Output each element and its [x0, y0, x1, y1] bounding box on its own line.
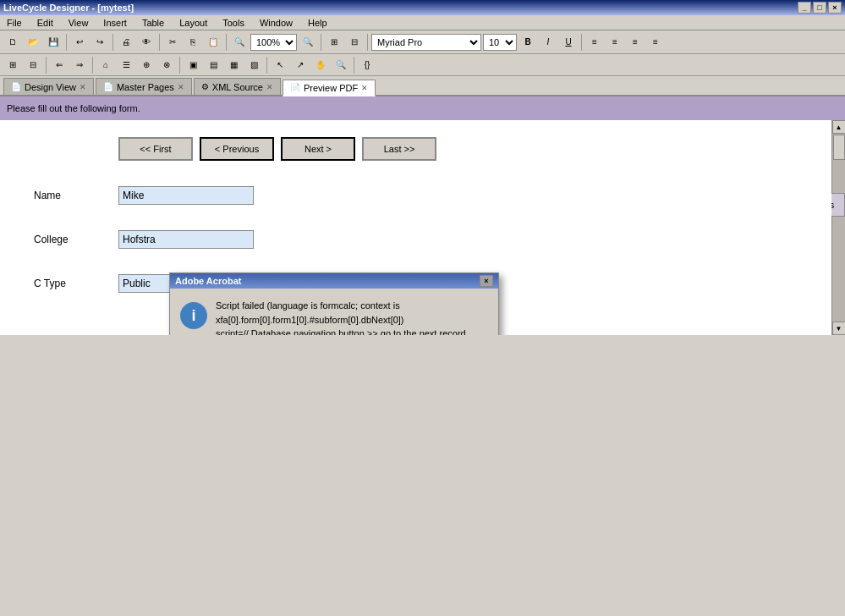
college-input[interactable]: [118, 230, 254, 249]
name-input[interactable]: [118, 186, 254, 205]
menu-edit[interactable]: Edit: [34, 17, 57, 29]
tab-xml-close[interactable]: ✕: [266, 83, 273, 91]
scroll-up-btn[interactable]: ▲: [832, 120, 846, 134]
title-controls: _ □ ×: [798, 2, 842, 14]
tab-preview-label: Preview PDF: [304, 83, 358, 93]
tab-preview-close[interactable]: ✕: [361, 84, 368, 92]
msg-line1: Script failed (language is formcalc; con…: [216, 300, 400, 311]
tabs-bar: 📄 Design View ✕ 📄 Master Pages ✕ ⚙ XML S…: [0, 76, 845, 96]
menu-tools[interactable]: Tools: [219, 17, 248, 29]
msg-line3: script=// Database navigation button >> …: [216, 328, 469, 335]
fontsize-select[interactable]: 10 8 12 14: [483, 34, 517, 51]
menu-layout[interactable]: Layout: [176, 17, 211, 29]
undo-btn[interactable]: ↩: [70, 33, 89, 52]
tb2-btn4[interactable]: ⇒: [70, 56, 89, 74]
tb2-hand-btn[interactable]: ✋: [311, 56, 330, 74]
italic-btn[interactable]: I: [539, 33, 557, 52]
grid-btn[interactable]: ⊞: [325, 33, 343, 52]
zoom-select[interactable]: 100% 75% 50% 125% 150%: [250, 34, 297, 51]
copy-btn[interactable]: ⎘: [184, 33, 202, 52]
tb2-special-btn[interactable]: {}: [358, 56, 376, 74]
tab-design[interactable]: 📄 Design View ✕: [3, 78, 94, 95]
print-btn[interactable]: 🖨: [117, 33, 135, 52]
underline-btn[interactable]: U: [559, 33, 578, 52]
tab-design-close[interactable]: ✕: [80, 83, 86, 91]
menu-table[interactable]: Table: [139, 17, 167, 29]
menu-window[interactable]: Window: [256, 17, 296, 29]
previous-btn[interactable]: < Previous: [200, 137, 274, 161]
tab-master[interactable]: 📄 Master Pages ✕: [96, 78, 192, 95]
tb2-arrow-btn[interactable]: ↖: [271, 56, 289, 74]
adobe-acrobat-dialog: Adobe Acrobat × i Script failed (languag…: [169, 272, 499, 335]
first-btn[interactable]: << First: [118, 137, 193, 161]
scrollbar-right: ▲ ▼: [831, 120, 845, 335]
form-scrollable: << First < Previous Next > Last >> Name …: [0, 120, 845, 335]
tb2-btn12[interactable]: ▧: [244, 56, 263, 74]
tab-master-label: Master Pages: [117, 82, 174, 92]
align-justify-btn[interactable]: ≡: [646, 33, 665, 52]
title-bar: LiveCycle Designer - [mytest] _ □ ×: [0, 0, 845, 15]
close-btn[interactable]: ×: [828, 2, 842, 14]
tab-master-close[interactable]: ✕: [178, 83, 184, 91]
tb2-btn10[interactable]: ▤: [204, 56, 222, 74]
app-title: LiveCycle Designer - [mytest]: [3, 3, 134, 13]
open-btn[interactable]: 📂: [24, 33, 42, 52]
tb2-btn1[interactable]: ⊞: [3, 56, 22, 74]
menu-insert[interactable]: Insert: [100, 17, 130, 29]
tb2-btn7[interactable]: ⊕: [137, 56, 156, 74]
paste-btn[interactable]: 📋: [204, 33, 222, 52]
tab-xml[interactable]: ⚙ XML Source ✕: [194, 78, 281, 95]
sep1: [66, 34, 67, 51]
last-btn[interactable]: Last >>: [362, 137, 436, 161]
redo-btn[interactable]: ↪: [91, 33, 109, 52]
tb2-cursor-btn[interactable]: ↗: [291, 56, 310, 74]
page-wrapper: Please fill out the following form. 🖊 Hi…: [0, 96, 845, 335]
tb2-zoom-btn[interactable]: 🔍: [332, 56, 350, 74]
tb2-btn6[interactable]: ☰: [117, 56, 135, 74]
college-row: College: [34, 230, 798, 249]
dialog-title: Adobe Acrobat: [175, 276, 241, 286]
new-btn[interactable]: 🗋: [3, 33, 22, 52]
sep10: [179, 57, 180, 74]
snap-btn[interactable]: ⊟: [345, 33, 364, 52]
maximize-btn[interactable]: □: [813, 2, 826, 14]
tb2-btn5[interactable]: ⌂: [96, 56, 115, 74]
tb2-btn2[interactable]: ⊟: [24, 56, 42, 74]
preview-tab-icon: 📄: [290, 83, 300, 92]
dialog-titlebar: Adobe Acrobat ×: [170, 273, 498, 289]
msg-line2: xfa[0].form[0].form1[0].#subform[0].dbNe…: [216, 315, 404, 325]
form-area: << First < Previous Next > Last >> Name …: [0, 120, 831, 335]
zoom-out-btn[interactable]: 🔍: [230, 33, 249, 52]
save-btn[interactable]: 💾: [44, 33, 63, 52]
tb2-btn8[interactable]: ⊗: [157, 56, 176, 74]
dialog-close-btn[interactable]: ×: [480, 275, 493, 287]
font-select[interactable]: Myriad Pro: [371, 34, 481, 51]
bold-btn[interactable]: B: [519, 33, 537, 52]
preview-btn[interactable]: 👁: [137, 33, 156, 52]
scroll-down-btn[interactable]: ▼: [832, 322, 846, 335]
tab-preview[interactable]: 📄 Preview PDF ✕: [283, 80, 376, 96]
minimize-btn[interactable]: _: [798, 2, 811, 14]
scroll-thumb[interactable]: [833, 135, 845, 160]
align-right-btn[interactable]: ≡: [626, 33, 645, 52]
sep9: [92, 57, 93, 74]
sep5: [321, 34, 321, 51]
menu-help[interactable]: Help: [305, 17, 331, 29]
next-btn[interactable]: Next >: [281, 137, 355, 161]
tb2-btn11[interactable]: ▦: [224, 56, 243, 74]
toolbar-main: 🗋 📂 💾 ↩ ↪ 🖨 👁 ✂ ⎘ 📋 🔍 100% 75% 50% 125% …: [0, 30, 845, 54]
xml-tab-icon: ⚙: [201, 82, 209, 91]
sep12: [354, 57, 354, 74]
design-tab-icon: 📄: [11, 82, 21, 91]
tb2-btn9[interactable]: ▣: [184, 56, 202, 74]
align-center-btn[interactable]: ≡: [606, 33, 624, 52]
zoom-in-btn[interactable]: 🔍: [299, 33, 317, 52]
sep4: [226, 34, 227, 51]
tb2-btn3[interactable]: ⇐: [50, 56, 69, 74]
align-left-btn[interactable]: ≡: [585, 33, 604, 52]
sep3: [159, 34, 160, 51]
menu-view[interactable]: View: [65, 17, 92, 29]
menu-file[interactable]: File: [3, 17, 25, 29]
cut-btn[interactable]: ✂: [163, 33, 182, 52]
menu-bar: File Edit View Insert Table Layout Tools…: [0, 15, 845, 30]
